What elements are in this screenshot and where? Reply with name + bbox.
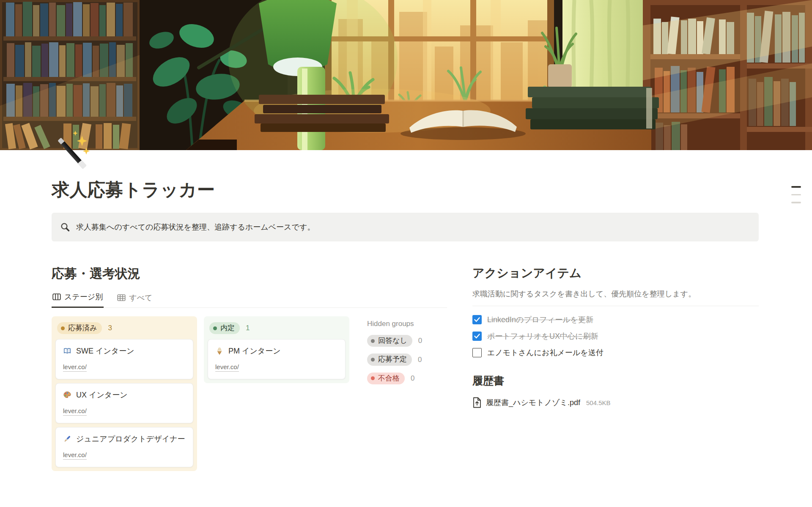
column-count: 1 bbox=[246, 324, 250, 332]
kanban-card-pm-intern[interactable]: PM インターン lever.co/ bbox=[208, 339, 346, 379]
kanban-column-offer: 内定 1 bbox=[204, 316, 349, 383]
checkbox-checked-icon[interactable] bbox=[472, 332, 482, 341]
hidden-group-planned[interactable]: 応募予定 0 bbox=[367, 354, 422, 365]
todo-label: LinkedInのプロフィールを更新 bbox=[487, 315, 593, 325]
status-dot bbox=[61, 326, 65, 330]
card-link[interactable]: lever.co/ bbox=[63, 363, 87, 372]
card-title: SWE インターン bbox=[76, 346, 134, 356]
cover-illustration bbox=[0, 0, 812, 150]
tab-label: すべて bbox=[129, 293, 152, 303]
status-label: 不合格 bbox=[378, 374, 400, 383]
status-badge-offer[interactable]: 内定 bbox=[209, 322, 240, 334]
toc-bar-active bbox=[791, 186, 801, 188]
file-upload-icon bbox=[472, 397, 482, 408]
artist-palette-icon bbox=[63, 391, 71, 399]
kanban-column-applied: 応募済み 3 bbox=[52, 316, 197, 471]
status-dot bbox=[213, 326, 217, 330]
magnifying-glass-icon bbox=[60, 222, 70, 232]
page-title[interactable]: 求人応募トラッカー bbox=[52, 150, 759, 202]
group-count: 0 bbox=[418, 356, 422, 364]
status-label: 応募予定 bbox=[378, 355, 407, 364]
column-count: 3 bbox=[108, 324, 112, 332]
column-header: 内定 1 bbox=[209, 322, 344, 334]
view-tabs: ステージ別 すべて bbox=[52, 290, 447, 308]
section-heading-applications: 応募・選考状況 bbox=[52, 265, 447, 282]
tab-board-view[interactable]: ステージ別 bbox=[52, 290, 104, 308]
file-size: 504.5KB bbox=[586, 399, 611, 406]
todo-label: エノモトさんにお礼メールを送付 bbox=[487, 348, 604, 358]
status-dot bbox=[371, 376, 375, 380]
card-link[interactable]: lever.co/ bbox=[63, 407, 87, 416]
kanban-board: 応募済み 3 bbox=[52, 316, 447, 471]
column-header: 応募済み 3 bbox=[57, 322, 192, 334]
todo-update-linkedin[interactable]: LinkedInのプロフィールを更新 bbox=[472, 315, 759, 325]
toc-indicator[interactable] bbox=[791, 186, 801, 203]
status-badge-applied[interactable]: 応募済み bbox=[57, 322, 102, 334]
group-count: 0 bbox=[418, 337, 422, 345]
status-dot bbox=[371, 358, 375, 362]
card-title: UX インターン bbox=[76, 390, 128, 400]
group-count: 0 bbox=[411, 374, 414, 383]
section-heading-action-items: アクションアイテム bbox=[472, 265, 759, 281]
status-label: 回答なし bbox=[378, 337, 407, 345]
hidden-group-rejected[interactable]: 不合格 0 bbox=[367, 373, 422, 384]
todo-refresh-portfolio[interactable]: ポートフォリオをUX中心に刷新 bbox=[472, 331, 759, 341]
file-name: 履歴書_ハシモトノゾミ.pdf bbox=[486, 397, 580, 408]
tab-label: ステージ別 bbox=[64, 292, 103, 302]
kanban-card-ux-intern[interactable]: UX インターン lever.co/ bbox=[55, 383, 193, 423]
todo-label: ポートフォリオをUX中心に刷新 bbox=[487, 331, 598, 341]
action-items-description: 求職活動に関するタスクを書き出して、優先順位を整理します。 bbox=[472, 289, 759, 306]
hidden-group-no-response[interactable]: 回答なし 0 bbox=[367, 335, 422, 347]
hidden-groups-label: Hidden groups bbox=[367, 320, 422, 328]
section-heading-resume: 履歴書 bbox=[472, 374, 759, 388]
hidden-groups: Hidden groups 回答なし 0 応募予定 0 不合格 bbox=[367, 316, 422, 384]
table-view-icon bbox=[117, 293, 126, 302]
ice-cream-icon bbox=[215, 347, 224, 355]
page-icon-magic-wand[interactable] bbox=[49, 128, 96, 175]
page-body: 求人応募トラッカー 求人募集へのすべての応募状況を整理、追跡するホームベースです… bbox=[52, 150, 759, 471]
toc-bar bbox=[791, 194, 801, 196]
card-link[interactable]: lever.co/ bbox=[215, 363, 239, 372]
todo-send-thanks-mail[interactable]: エノモトさんにお礼メールを送付 bbox=[472, 348, 759, 358]
resume-file-attachment[interactable]: 履歴書_ハシモトノゾミ.pdf 504.5KB bbox=[472, 397, 759, 408]
callout-text: 求人募集へのすべての応募状況を整理、追跡するホームベースです。 bbox=[76, 222, 315, 232]
kanban-card-junior-product-designer[interactable]: ジュニアプロダクトデザイナー lever.co/ bbox=[55, 427, 193, 467]
magic-wand-icon bbox=[49, 128, 96, 175]
todo-list: LinkedInのプロフィールを更新 ポートフォリオをUX中心に刷新 エノモトさ… bbox=[472, 315, 759, 358]
callout[interactable]: 求人募集へのすべての応募状況を整理、追跡するホームベースです。 bbox=[52, 213, 759, 241]
board-view-icon bbox=[52, 293, 61, 301]
paintbrush-icon bbox=[63, 435, 71, 443]
status-label: 内定 bbox=[220, 324, 235, 332]
card-title: ジュニアプロダクトデザイナー bbox=[76, 434, 185, 444]
status-dot bbox=[371, 339, 375, 343]
checkbox-unchecked-icon[interactable] bbox=[472, 348, 482, 357]
tab-table-view[interactable]: すべて bbox=[116, 290, 153, 308]
card-link[interactable]: lever.co/ bbox=[63, 451, 87, 460]
cover-image[interactable] bbox=[0, 0, 812, 150]
kanban-card-swe-intern[interactable]: SWE インターン lever.co/ bbox=[55, 339, 193, 379]
card-title: PM インターン bbox=[228, 346, 281, 356]
checkbox-checked-icon[interactable] bbox=[472, 315, 482, 324]
open-book-icon bbox=[63, 347, 71, 355]
toc-bar bbox=[791, 202, 801, 203]
status-label: 応募済み bbox=[68, 324, 97, 332]
